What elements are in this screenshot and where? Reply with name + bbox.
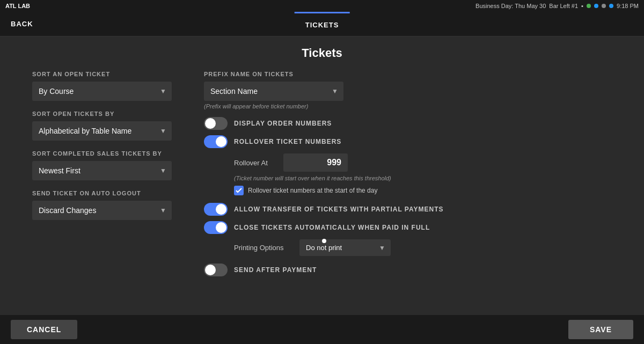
display-order-label: DISPLAY ORDER NUMBERS [234, 120, 332, 127]
rollover-toggle[interactable] [204, 135, 228, 148]
top-bar: ATL LAB Business Day: Thu May 30 Bar Lef… [0, 0, 644, 12]
bar-info: Bar Left #1 [549, 3, 578, 9]
printing-select[interactable]: Do not print Print receipt Print kitchen [299, 239, 391, 256]
rollover-at-row: Rollover At [234, 153, 612, 172]
sort-open-label: SORT AN OPEN TICKET [32, 71, 172, 77]
rollover-checkbox-row: Rollover ticket numbers at the start of … [234, 186, 612, 195]
auto-logout-select[interactable]: Discard Changes Save Changes Print and S… [32, 201, 172, 220]
close-tickets-row: CLOSE TICKETS AUTOMATICALLY WHEN PAID IN… [204, 221, 612, 234]
sort-completed-label: SORT COMPLETED SALES TICKETS BY [32, 150, 172, 157]
rollover-at-input[interactable] [283, 153, 348, 172]
business-day: Business Day: Thu May 30 [475, 3, 546, 9]
transfer-label: ALLOW TRANSFER OF TICKETS WITH PARTIAL P… [234, 206, 444, 213]
auto-logout-label: SEND TICKET ON AUTO LOGOUT [32, 190, 172, 196]
save-button[interactable]: SAVE [568, 320, 633, 339]
prefix-label: PREFIX NAME ON TICKETS [204, 71, 612, 77]
rollover-at-label: Rollover At [234, 159, 277, 167]
transfer-row: ALLOW TRANSFER OF TICKETS WITH PARTIAL P… [204, 203, 612, 216]
status-dot-grey [602, 4, 606, 8]
rollover-hint: (Ticket number will start over when it r… [234, 175, 612, 181]
sort-completed-select[interactable]: Newest First Oldest First [32, 161, 172, 180]
sort-open-tickets-label: SORT OPEN TICKETS BY [32, 111, 172, 117]
printing-select-wrapper: Do not print Print receipt Print kitchen… [299, 239, 391, 256]
top-bar-right: Business Day: Thu May 30 Bar Left #1 ▪ 9… [475, 3, 639, 9]
page-title: Tickets [0, 36, 644, 65]
close-tickets-label: CLOSE TICKETS AUTOMATICALLY WHEN PAID IN… [234, 224, 430, 231]
tab-tickets[interactable]: TICKETS [295, 12, 350, 36]
sort-completed-select-wrapper: Newest First Oldest First ▼ [32, 161, 172, 180]
back-button[interactable]: BACK [11, 20, 33, 28]
rollover-label: ROLLOVER TICKET NUMBERS [234, 138, 341, 145]
sort-open-select[interactable]: By Course By Seat By Item Name [32, 82, 172, 101]
rollover-checkbox-label: Rollover ticket numbers at the start of … [248, 187, 377, 194]
main-content: SORT AN OPEN TICKET By Course By Seat By… [0, 65, 644, 282]
printing-options-row: Printing Options Do not print Print rece… [234, 239, 612, 256]
prefix-row: Section Name Table Name None ▼ [204, 82, 612, 101]
cancel-button[interactable]: CANCEL [11, 320, 77, 339]
time: 9:18 PM [617, 3, 639, 9]
right-column: PREFIX NAME ON TICKETS Section Name Tabl… [204, 71, 612, 282]
rollover-checkbox[interactable] [234, 186, 244, 195]
rollover-row: ROLLOVER TICKET NUMBERS [204, 135, 612, 148]
bottom-bar: CANCEL SAVE [0, 315, 644, 344]
send-after-label: SEND AFTER PAYMENT [234, 266, 317, 274]
status-dot-green [587, 4, 591, 8]
prefix-hint: (Prefix will appear before ticket number… [204, 103, 612, 109]
send-after-toggle[interactable] [204, 264, 228, 276]
left-column: SORT AN OPEN TICKET By Course By Seat By… [32, 71, 172, 282]
prefix-select[interactable]: Section Name Table Name None [204, 82, 343, 101]
checkmark-icon [236, 187, 242, 194]
display-order-row: DISPLAY ORDER NUMBERS [204, 117, 612, 130]
nav-bar: BACK TICKETS [0, 12, 644, 36]
send-after-row: SEND AFTER PAYMENT [204, 264, 612, 276]
sort-open-tickets-select[interactable]: Alphabetical by Table Name Newest First … [32, 121, 172, 141]
prefix-select-wrapper: Section Name Table Name None ▼ [204, 82, 343, 101]
status-dot-blue2 [609, 4, 613, 8]
sort-open-tickets-select-wrapper: Alphabetical by Table Name Newest First … [32, 121, 172, 141]
hash-icon: ▪ [581, 3, 583, 9]
app-name: ATL LAB [5, 3, 30, 9]
status-dot-wifi [594, 4, 598, 8]
display-order-toggle[interactable] [204, 117, 228, 130]
auto-logout-select-wrapper: Discard Changes Save Changes Print and S… [32, 201, 172, 220]
sort-open-select-wrapper: By Course By Seat By Item Name ▼ [32, 82, 172, 101]
printing-options-label: Printing Options [234, 244, 293, 252]
transfer-toggle[interactable] [204, 203, 228, 216]
close-tickets-toggle[interactable] [204, 221, 228, 234]
